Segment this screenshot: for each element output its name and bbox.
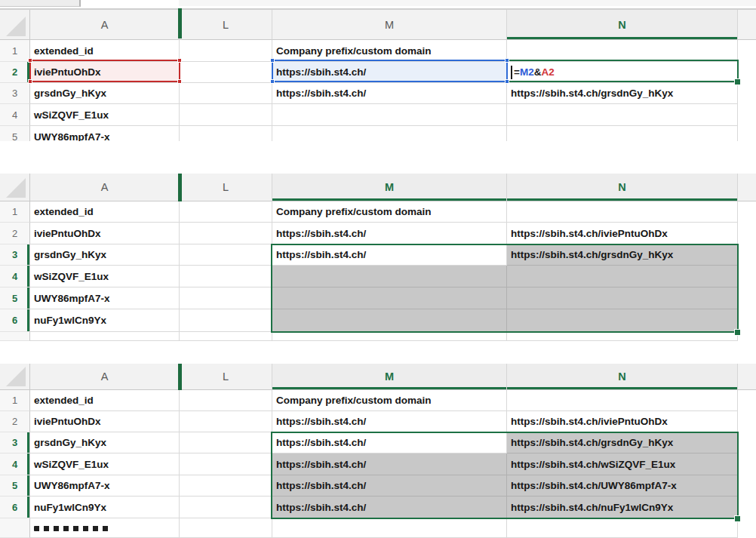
column-header-A[interactable]: A — [30, 10, 180, 40]
column-header-N[interactable]: N — [507, 174, 738, 201]
cell-M3-active[interactable]: https://sbih.st4.ch/ — [272, 432, 507, 453]
cell-L1[interactable] — [180, 201, 272, 223]
cell-M4[interactable] — [272, 266, 507, 287]
column-header-N[interactable]: N — [507, 10, 738, 40]
row-header-6[interactable]: 6 — [0, 309, 30, 332]
hidden-columns-indicator[interactable] — [178, 8, 182, 38]
cell-A5[interactable]: UWY86mpfA7-x — [30, 126, 180, 141]
cell-L4[interactable] — [180, 104, 272, 126]
row-header-4[interactable]: 4 — [0, 104, 30, 126]
cell-M3[interactable]: https://sbih.st4.ch/ — [272, 83, 507, 104]
cell-M6[interactable] — [272, 309, 507, 332]
cell-A1[interactable]: extended_id — [30, 201, 180, 223]
row-header-5[interactable]: 5 — [0, 287, 30, 309]
column-header-M[interactable]: M — [272, 174, 507, 201]
cell-N5[interactable] — [507, 287, 738, 309]
row-header-2[interactable]: 2 — [0, 411, 30, 432]
cell-M5[interactable] — [272, 126, 507, 141]
cell-A2[interactable]: iviePntuOhDx — [30, 411, 180, 432]
cell-A3[interactable]: grsdnGy_hKyx — [30, 432, 180, 453]
cell-N3[interactable]: https://sbih.st4.ch/grsdnGy_hKyx — [507, 244, 738, 266]
cell-L6[interactable] — [180, 496, 272, 518]
cell-A6[interactable]: nuFy1wlCn9Yx — [30, 496, 180, 518]
cell-L2[interactable] — [180, 223, 272, 244]
row-header-3[interactable]: 3 — [0, 432, 30, 453]
cell-A1[interactable]: extended_id — [30, 390, 180, 411]
fill-handle[interactable] — [734, 515, 741, 522]
cell-L5[interactable] — [180, 287, 272, 309]
cell-N5-overflow[interactable]: https://sbih.st4.ch/UWY86mpfA7-x — [507, 475, 738, 496]
cell-N5[interactable] — [507, 126, 738, 141]
row-header-2[interactable]: 2 — [0, 62, 30, 83]
cell-A3[interactable]: grsdnGy_hKyx — [30, 83, 180, 104]
column-header-A[interactable]: A — [30, 174, 180, 201]
cell-A4[interactable]: wSiZQVF_E1ux — [30, 453, 180, 475]
cell-L3[interactable] — [180, 244, 272, 266]
cell-N4[interactable] — [507, 104, 738, 126]
cell-N4[interactable] — [507, 266, 738, 287]
ref-handle[interactable] — [177, 58, 182, 63]
cell-A4[interactable]: wSiZQVF_E1ux — [30, 266, 180, 287]
cell-N2[interactable]: https://sbih.st4.ch/iviePntuOhDx — [507, 411, 738, 432]
select-all-corner[interactable] — [0, 174, 30, 201]
cell-M1[interactable]: Company prefix/custom domain — [272, 390, 507, 411]
cell-M2[interactable]: https://sbih.st4.ch/ — [272, 411, 507, 432]
select-all-corner[interactable] — [0, 10, 30, 40]
cell-N6[interactable]: https://sbih.st4.ch/nuFy1wlCn9Yx — [507, 496, 738, 518]
cell-L1[interactable] — [180, 390, 272, 411]
cell-A1[interactable]: extended_id — [30, 40, 180, 62]
row-header-4[interactable]: 4 — [0, 266, 30, 287]
ref-handle[interactable] — [270, 58, 275, 63]
column-header-A[interactable]: A — [30, 364, 180, 390]
row-header-3[interactable]: 3 — [0, 244, 30, 266]
cell-L5[interactable] — [180, 126, 272, 141]
cell-M1[interactable]: Company prefix/custom domain — [272, 201, 507, 223]
cell-A5[interactable]: UWY86mpfA7-x — [30, 475, 180, 496]
ref-handle[interactable] — [28, 79, 32, 84]
cell-L1[interactable] — [180, 40, 272, 62]
column-header-M[interactable]: M — [272, 364, 507, 390]
row-header-1[interactable]: 1 — [0, 390, 30, 411]
cell-L2[interactable] — [180, 62, 272, 83]
formula-reference-box-M2[interactable] — [272, 60, 508, 82]
cell-L4[interactable] — [180, 453, 272, 475]
cell-L4[interactable] — [180, 266, 272, 287]
column-header-M[interactable]: M — [272, 10, 507, 40]
ref-handle[interactable] — [28, 58, 32, 63]
hidden-columns-indicator[interactable] — [178, 364, 182, 390]
cell-M5[interactable] — [272, 287, 507, 309]
ref-handle[interactable] — [505, 58, 509, 63]
cell-L3[interactable] — [180, 432, 272, 453]
row-header-3[interactable]: 3 — [0, 83, 30, 104]
ref-handle[interactable] — [177, 79, 182, 84]
cell-N2[interactable]: https://sbih.st4.ch/iviePntuOhDx — [507, 223, 738, 244]
column-header-L[interactable]: L — [180, 10, 272, 40]
cell-N1[interactable] — [507, 201, 738, 223]
cell-A4[interactable]: wSiZQVF_E1ux — [30, 104, 180, 126]
cell-M6[interactable]: https://sbih.st4.ch/ — [272, 496, 507, 518]
column-header-L[interactable]: L — [180, 174, 272, 201]
column-header-N[interactable]: N — [507, 364, 738, 390]
row-header-1[interactable]: 1 — [0, 201, 30, 223]
row-header-2[interactable]: 2 — [0, 223, 30, 244]
cell-L6[interactable] — [180, 309, 272, 332]
ref-handle[interactable] — [270, 79, 275, 84]
column-header-L[interactable]: L — [180, 364, 272, 390]
cell-N3[interactable]: https://sbih.st4.ch/grsdnGy_hKyx — [507, 83, 738, 104]
cell-A3[interactable]: grsdnGy_hKyx — [30, 244, 180, 266]
fill-handle[interactable] — [734, 78, 741, 85]
cell-A5[interactable]: UWY86mpfA7-x — [30, 287, 180, 309]
cell-N6[interactable] — [507, 309, 738, 332]
cell-M4[interactable] — [272, 104, 507, 126]
cell-N1[interactable] — [507, 390, 738, 411]
cell-L3[interactable] — [180, 83, 272, 104]
row-header-6[interactable]: 6 — [0, 496, 30, 518]
cell-L5[interactable] — [180, 475, 272, 496]
ref-handle[interactable] — [505, 79, 509, 84]
cell-M5[interactable]: https://sbih.st4.ch/ — [272, 475, 507, 496]
cell-N4[interactable]: https://sbih.st4.ch/wSiZQVF_E1ux — [507, 453, 738, 475]
cell-M2[interactable]: https://sbih.st4.ch/ — [272, 223, 507, 244]
cell-M4[interactable]: https://sbih.st4.ch/ — [272, 453, 507, 475]
cell-A6[interactable]: nuFy1wlCn9Yx — [30, 309, 180, 332]
select-all-corner[interactable] — [0, 364, 30, 390]
